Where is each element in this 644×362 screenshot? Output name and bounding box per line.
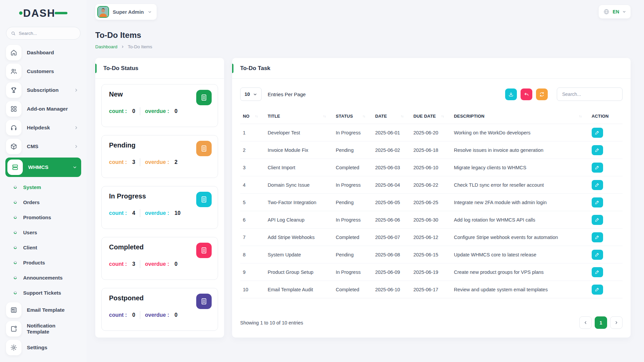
- cell-due_date: 2025-06-20: [411, 124, 451, 141]
- sidebar-subitem-label: Promotions: [23, 215, 51, 220]
- status-card-counts: count :4overdue :10: [109, 209, 212, 217]
- column-header-date[interactable]: DATE↑↓: [372, 109, 411, 124]
- cell-description: Migrate legacy clients to WHMCS: [451, 159, 589, 176]
- count-label: count :: [109, 261, 127, 267]
- edit-task-button[interactable]: [592, 180, 603, 190]
- language-selector[interactable]: EN: [599, 5, 631, 18]
- cell-date: 2025-06-03: [372, 159, 411, 176]
- pencil-icon: [595, 165, 600, 170]
- status-card-postponed: Postponedcount :0overdue :0: [101, 288, 218, 331]
- email-template-icon: [6, 302, 21, 318]
- column-header-description[interactable]: DESCRIPTION↑↓: [451, 109, 589, 124]
- sidebar-subitem-orders[interactable]: Orders: [5, 195, 81, 210]
- task-panel-title: To-Do Task: [240, 65, 270, 72]
- pencil-icon: [595, 200, 600, 205]
- column-header-due-date[interactable]: DUE DATE↑↓: [411, 109, 451, 124]
- sidebar-item-notification-template[interactable]: Notification Template: [5, 321, 81, 337]
- table-header: NO↑↓TITLE↑↓STATUS↑↓DATE↑↓DUE DATE↑↓DESCR…: [240, 109, 623, 124]
- export-button[interactable]: [505, 88, 517, 100]
- refresh-button[interactable]: [536, 88, 548, 100]
- cell-title: Developer Test: [265, 124, 333, 141]
- sidebar-search-input[interactable]: [19, 31, 76, 36]
- column-header-no[interactable]: NO↑↓: [240, 109, 265, 124]
- cell-description: Integrate new 2FA module with admin logi…: [451, 194, 589, 211]
- overdue-value: 2: [174, 159, 177, 165]
- sidebar-subitem-support-tickets[interactable]: Support Tickets: [5, 285, 81, 300]
- table-search-input[interactable]: [557, 87, 623, 101]
- sidebar-item-helpdesk[interactable]: Helpdesk: [5, 120, 81, 135]
- sidebar-subitem-announcements[interactable]: Announcements: [5, 270, 81, 285]
- sort-icon: ↑↓: [323, 114, 326, 118]
- sidebar-item-settings[interactable]: Settings: [5, 340, 81, 355]
- page-head: To-Do Items Dashboard To-Do Items: [95, 31, 631, 49]
- cell-due_date: 2025-06-12: [411, 229, 451, 246]
- edit-task-button[interactable]: [592, 232, 603, 242]
- breadcrumb-home-link[interactable]: Dashboard: [95, 44, 117, 49]
- pencil-icon: [595, 287, 600, 292]
- cell-title: Email Template Audit: [265, 281, 333, 298]
- main-area: Super Admin EN To-Do Items Dashboard To-…: [87, 0, 644, 362]
- divider: [140, 209, 140, 217]
- sidebar-subitem-system[interactable]: System: [5, 180, 81, 195]
- column-label: STATUS: [336, 114, 353, 119]
- status-card-pending: Pendingcount :3overdue :2: [101, 135, 218, 178]
- toolbar-buttons: [501, 88, 548, 100]
- count-label: count :: [109, 108, 127, 114]
- sidebar-item-add-on-manager[interactable]: Add-on Manager: [5, 101, 81, 117]
- overdue-label: overdue :: [145, 312, 169, 318]
- cell-title: Domain Sync Issue: [265, 176, 333, 194]
- cell-date: 2025-06-09: [372, 263, 411, 281]
- status-card-counts: count :3overdue :0: [109, 260, 212, 268]
- edit-task-button[interactable]: [592, 145, 603, 155]
- entries-per-page-select[interactable]: 10: [240, 87, 262, 101]
- divider: [140, 107, 140, 115]
- edit-task-button[interactable]: [592, 285, 603, 295]
- cell-title: Two-Factor Integration: [265, 194, 333, 211]
- pagination-prev-button[interactable]: [579, 316, 592, 329]
- sidebar-item-cms[interactable]: CMS: [5, 139, 81, 154]
- sidebar-item-label: Dashboard: [27, 50, 54, 56]
- column-header-status[interactable]: STATUS↑↓: [333, 109, 372, 124]
- edit-task-button[interactable]: [592, 128, 603, 138]
- table-row: 5Two-Factor IntegrationPending2025-06-05…: [240, 194, 623, 211]
- sidebar-subitem-promotions[interactable]: Promotions: [5, 210, 81, 225]
- undo-button[interactable]: [521, 88, 532, 100]
- edit-task-button[interactable]: [592, 267, 603, 277]
- cell-date: 2025-06-05: [372, 194, 411, 211]
- sidebar-subitem-client[interactable]: Client: [5, 240, 81, 255]
- edit-task-button[interactable]: [592, 197, 603, 207]
- sidebar-subitem-users[interactable]: Users: [5, 225, 81, 240]
- entries-per-page-value: 10: [245, 92, 250, 97]
- cell-status: In Progress: [333, 124, 372, 141]
- profile-menu[interactable]: Super Admin: [95, 4, 157, 20]
- cell-date: 2025-06-04: [372, 176, 411, 194]
- sidebar-item-label: WHMCS: [28, 164, 48, 170]
- cell-title: Product Group Setup: [265, 263, 333, 281]
- edit-task-button[interactable]: [592, 215, 603, 225]
- cell-status: In Progress: [333, 263, 372, 281]
- edit-task-button[interactable]: [592, 250, 603, 260]
- sidebar-item-whmcs[interactable]: WHMCS: [5, 158, 81, 177]
- sidebar-subitem-label: Users: [23, 230, 37, 235]
- brand-logo[interactable]: DASH: [5, 0, 81, 26]
- column-header-title[interactable]: TITLE↑↓: [265, 109, 333, 124]
- sidebar-subitem-products[interactable]: Products: [5, 255, 81, 270]
- column-label: ACTION: [592, 114, 609, 119]
- overdue-label: overdue :: [145, 108, 169, 114]
- sidebar-item-email-template[interactable]: Email Template: [5, 302, 81, 318]
- pagination-page-1-button[interactable]: 1: [595, 316, 607, 329]
- cell-due_date: 2025-06-15: [411, 246, 451, 263]
- cell-no: 2: [240, 141, 265, 159]
- sidebar-item-subscription[interactable]: Subscription: [5, 82, 81, 98]
- cell-action: [589, 176, 623, 194]
- cell-action: [589, 229, 623, 246]
- download-icon: [508, 92, 514, 97]
- pagination-next-button[interactable]: [610, 316, 623, 329]
- edit-task-button[interactable]: [592, 163, 603, 173]
- sidebar-item-dashboard[interactable]: Dashboard: [5, 45, 81, 60]
- sidebar-item-customers[interactable]: Customers: [5, 64, 81, 79]
- app-root: DASH DashboardCustomersSubscriptionAdd-o…: [0, 0, 644, 362]
- sidebar-subitem-label: Client: [23, 245, 37, 250]
- cell-status: In Progress: [333, 211, 372, 229]
- cell-status: Pending: [333, 246, 372, 263]
